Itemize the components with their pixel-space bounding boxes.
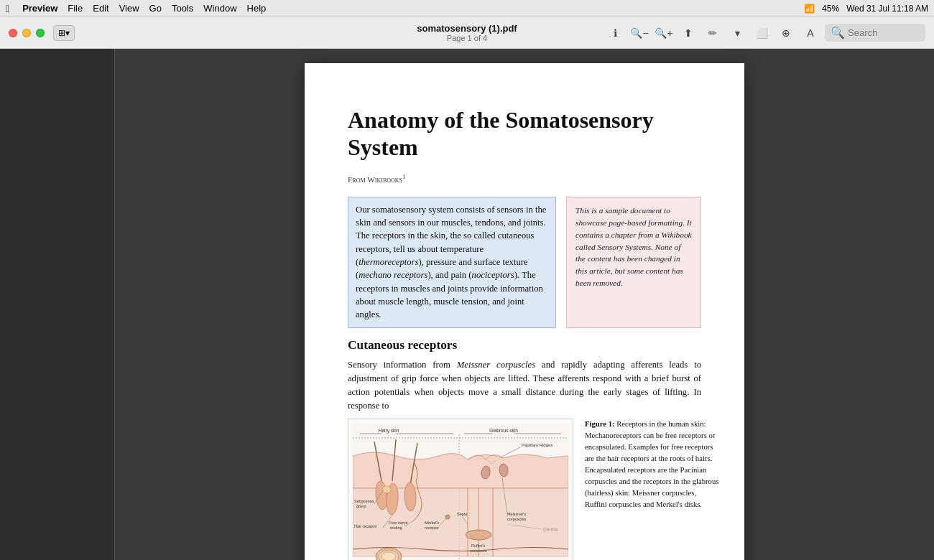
menu-help[interactable]: Help: [247, 3, 267, 14]
intro-two-column: Our somatosensory system consists of sen…: [348, 197, 701, 328]
svg-text:gland: gland: [356, 504, 366, 508]
share-button[interactable]: ⬆: [678, 23, 698, 43]
info-button[interactable]: ℹ: [605, 23, 625, 43]
figure-section: Hairy skin Glabrous skin Papillary Ridge…: [348, 419, 701, 560]
zoom-out-button[interactable]: 🔍−: [629, 23, 649, 43]
papillary-ridges-label: Papillary Ridges: [522, 443, 552, 447]
skin-diagram-svg: Hairy skin Glabrous skin Papillary Ridge…: [353, 424, 568, 560]
sebaceous-label: Sebaceous: [354, 499, 374, 503]
close-button[interactable]: [9, 29, 17, 37]
title-bar: ⊞▾ somatosensory (1).pdf Page 1 of 4 ℹ 🔍…: [0, 17, 934, 49]
pdf-title: Anatomy of the Somatosensory System: [348, 106, 701, 162]
figure-label: Figure 1:: [585, 420, 615, 428]
section-heading-cutaneous: Cutaneous receptors: [348, 338, 701, 353]
menu-edit[interactable]: Edit: [93, 3, 108, 14]
svg-text:receptor: receptor: [425, 526, 439, 530]
window-controls[interactable]: [9, 29, 45, 37]
content-area: Anatomy of the Somatosensory System From…: [0, 49, 934, 560]
search-icon: 🔍: [831, 26, 845, 39]
minimize-button[interactable]: [22, 29, 31, 37]
maximize-button[interactable]: [36, 29, 45, 37]
wifi-icon: 📶: [804, 4, 815, 14]
document-filename: somatosensory (1).pdf: [417, 23, 517, 34]
pdf-page: Anatomy of the Somatosensory System From…: [305, 63, 744, 560]
body-paragraph-sensory: Sensory information from Meissner corpus…: [348, 358, 701, 413]
menu-window[interactable]: Window: [203, 3, 236, 14]
menu-file[interactable]: File: [68, 3, 83, 14]
battery-level: 45%: [822, 4, 839, 14]
pdf-canvas-area[interactable]: Anatomy of the Somatosensory System From…: [115, 49, 934, 560]
figure-caption: Figure 1: Receptors in the human skin: M…: [585, 419, 720, 510]
zoom-in-button[interactable]: 🔍+: [654, 23, 674, 43]
menu-view[interactable]: View: [119, 3, 139, 14]
menu-bar:  Preview File Edit View Go Tools Window…: [0, 0, 934, 17]
hairy-skin-label: Hairy skin: [379, 428, 399, 434]
annotate-chevron[interactable]: ▾: [727, 23, 747, 43]
pink-info-box: This is a sample document to showcase pa…: [566, 197, 701, 328]
text-button[interactable]: A: [800, 23, 820, 43]
merkels-label: Merkel's: [425, 521, 440, 525]
menu-tools[interactable]: Tools: [172, 3, 193, 14]
clock: Wed 31 Jul 11:18 AM: [846, 4, 928, 14]
skin-diagram-wrapper: Hairy skin Glabrous skin Papillary Ridge…: [348, 419, 573, 560]
pdf-from-wikibooks: From Wikibooks1: [348, 173, 701, 184]
svg-point-36: [382, 552, 396, 560]
stamp-button[interactable]: ⊕: [776, 23, 796, 43]
septa-label: Septa: [457, 512, 468, 516]
svg-point-32: [466, 530, 491, 540]
sidebar-panel: [0, 49, 115, 560]
svg-point-23: [445, 515, 450, 519]
document-title-group: somatosensory (1).pdf Page 1 of 4: [417, 23, 517, 42]
document-page-indicator: Page 1 of 4: [417, 34, 517, 42]
figure-caption-text: Receptors in the human skin: Mechanorece…: [585, 420, 718, 508]
search-input[interactable]: [848, 27, 920, 38]
menu-preview[interactable]: Preview: [22, 3, 57, 14]
meissners-label: Meissner's: [507, 512, 526, 516]
sidebar-toggle-button[interactable]: ⊞▾: [53, 25, 75, 41]
hair-receptor-label: Hair receptor: [354, 524, 377, 528]
highlighted-paragraph: Our somatosensory system consists of sen…: [348, 197, 556, 328]
search-box[interactable]: 🔍: [825, 24, 925, 42]
crop-button[interactable]: ⬜: [752, 23, 772, 43]
free-nerve-label: Free nerve: [389, 521, 408, 525]
glabrous-skin-label: Glabrous skin: [489, 428, 518, 433]
figure-container: Hairy skin Glabrous skin Papillary Ridge…: [348, 419, 573, 560]
svg-text:corpuscles: corpuscles: [507, 517, 527, 521]
apple-menu[interactable]: : [6, 3, 9, 14]
svg-text:ending: ending: [390, 526, 402, 530]
annotate-button[interactable]: ✏: [703, 23, 723, 43]
menu-go[interactable]: Go: [149, 3, 162, 14]
toolbar-icons: ℹ 🔍− 🔍+ ⬆ ✏ ▾ ⬜ ⊕ A 🔍: [605, 23, 925, 43]
ruffinis-label: Ruffini's: [471, 543, 486, 548]
